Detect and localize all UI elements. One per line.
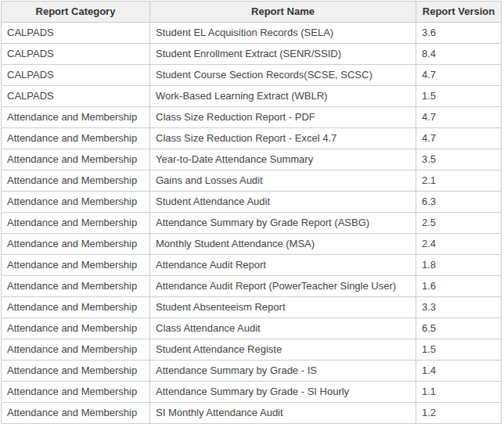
table-row: CALPADSStudent Enrollment Extract (SENR/…	[2, 44, 502, 65]
report-version-cell: 1.1	[416, 382, 502, 403]
report-version-cell: 1.5	[416, 86, 502, 107]
report-name-cell: SI Monthly Attendance Audit	[150, 403, 416, 424]
report-name-cell: Attendance Audit Report	[150, 255, 416, 276]
table-row: Attendance and MembershipClass Size Redu…	[2, 128, 502, 149]
report-category-cell: Attendance and Membership	[2, 234, 150, 255]
report-name-cell: Attendance Summary by Grade Report (ASBG…	[150, 213, 416, 234]
report-category-cell: Attendance and Membership	[2, 192, 150, 213]
report-version-cell: 3.6	[416, 23, 502, 44]
report-name-cell: Attendance Audit Report (PowerTeacher Si…	[150, 276, 416, 297]
report-version-cell: 6.5	[416, 318, 502, 339]
table-row: Attendance and MembershipClass Size Redu…	[2, 107, 502, 128]
report-version-cell: 1.2	[416, 403, 502, 424]
report-category-cell: CALPADS	[2, 86, 150, 107]
report-name-cell: Attendance Summary by Grade - IS	[150, 361, 416, 382]
report-name-cell: Student Attendance Audit	[150, 192, 416, 213]
report-name-cell: Work-Based Learning Extract (WBLR)	[150, 86, 416, 107]
report-name-cell: Student EL Acquisition Records (SELA)	[150, 23, 416, 44]
table-row: CALPADSWork-Based Learning Extract (WBLR…	[2, 86, 502, 107]
table-row: Attendance and MembershipSI Monthly Atte…	[2, 403, 502, 424]
report-version-cell: 2.1	[416, 170, 502, 192]
report-version-cell: 3.3	[416, 297, 502, 318]
reports-table: Report Category Report Name Report Versi…	[1, 1, 502, 424]
table-body: CALPADSStudent EL Acquisition Records (S…	[2, 23, 502, 424]
column-header-report-category: Report Category	[2, 2, 150, 23]
table-row: Attendance and MembershipAttendance Audi…	[2, 255, 502, 276]
report-category-cell: CALPADS	[2, 65, 150, 86]
table-row: CALPADSStudent EL Acquisition Records (S…	[2, 23, 502, 44]
report-version-cell: 8.4	[416, 44, 502, 65]
report-category-cell: CALPADS	[2, 23, 150, 44]
report-name-cell: Gains and Losses Audit	[150, 170, 416, 192]
report-name-cell: Student Enrollment Extract (SENR/SSID)	[150, 44, 416, 65]
report-name-cell: Attendance Summary by Grade - SI Hourly	[150, 382, 416, 403]
report-version-cell: 4.7	[416, 65, 502, 86]
report-category-cell: Attendance and Membership	[2, 339, 150, 361]
report-version-cell: 3.5	[416, 149, 502, 170]
report-category-cell: Attendance and Membership	[2, 361, 150, 382]
column-header-report-name: Report Name	[150, 2, 416, 23]
report-version-cell: 6.3	[416, 192, 502, 213]
report-category-cell: Attendance and Membership	[2, 318, 150, 339]
report-version-cell: 4.7	[416, 128, 502, 149]
report-name-cell: Class Attendance Audit	[150, 318, 416, 339]
report-category-cell: CALPADS	[2, 44, 150, 65]
table-row: Attendance and MembershipStudent Attenda…	[2, 192, 502, 213]
report-version-cell: 1.5	[416, 339, 502, 361]
report-name-cell: Class Size Reduction Report - PDF	[150, 107, 416, 128]
table-row: Attendance and MembershipStudent Absente…	[2, 297, 502, 318]
report-category-cell: Attendance and Membership	[2, 149, 150, 170]
report-category-cell: Attendance and Membership	[2, 403, 150, 424]
report-category-cell: Attendance and Membership	[2, 255, 150, 276]
report-name-cell: Class Size Reduction Report - Excel 4.7	[150, 128, 416, 149]
report-category-cell: Attendance and Membership	[2, 213, 150, 234]
report-version-cell: 2.4	[416, 234, 502, 255]
report-version-cell: 2.5	[416, 213, 502, 234]
report-name-cell: Year-to-Date Attendance Summary	[150, 149, 416, 170]
report-name-cell: Student Absenteeism Report	[150, 297, 416, 318]
table-header-row: Report Category Report Name Report Versi…	[2, 2, 502, 23]
report-category-cell: Attendance and Membership	[2, 170, 150, 192]
table-row: Attendance and MembershipStudent Attenda…	[2, 339, 502, 361]
report-category-cell: Attendance and Membership	[2, 128, 150, 149]
report-category-cell: Attendance and Membership	[2, 382, 150, 403]
report-name-cell: Monthly Student Attendance (MSA)	[150, 234, 416, 255]
table-row: CALPADSStudent Course Section Records(SC…	[2, 65, 502, 86]
table-row: Attendance and MembershipAttendance Audi…	[2, 276, 502, 297]
report-name-cell: Student Course Section Records(SCSE, SCS…	[150, 65, 416, 86]
table-row: Attendance and MembershipAttendance Summ…	[2, 361, 502, 382]
table-row: Attendance and MembershipAttendance Summ…	[2, 382, 502, 403]
table-row: Attendance and MembershipMonthly Student…	[2, 234, 502, 255]
report-version-cell: 1.4	[416, 361, 502, 382]
report-name-cell: Student Attendance Registe	[150, 339, 416, 361]
table-row: Attendance and MembershipGains and Losse…	[2, 170, 502, 192]
report-version-cell: 1.8	[416, 255, 502, 276]
report-category-cell: Attendance and Membership	[2, 297, 150, 318]
report-version-cell: 1.6	[416, 276, 502, 297]
table-row: Attendance and MembershipClass Attendanc…	[2, 318, 502, 339]
report-category-cell: Attendance and Membership	[2, 107, 150, 128]
report-category-cell: Attendance and Membership	[2, 276, 150, 297]
table-row: Attendance and MembershipYear-to-Date At…	[2, 149, 502, 170]
report-version-cell: 4.7	[416, 107, 502, 128]
table-header: Report Category Report Name Report Versi…	[2, 2, 502, 23]
table-row: Attendance and MembershipAttendance Summ…	[2, 213, 502, 234]
column-header-report-version: Report Version	[416, 2, 502, 23]
